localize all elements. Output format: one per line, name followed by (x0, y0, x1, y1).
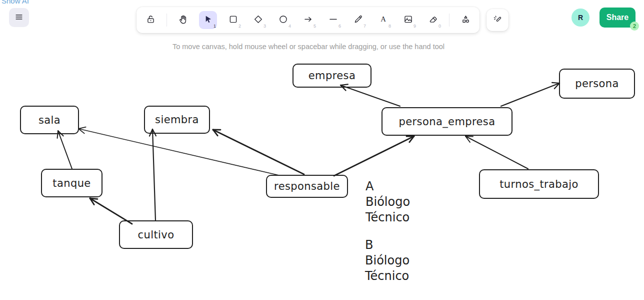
tool-shortcut-label: 9 (414, 24, 416, 29)
diagram-node-label: responsable (274, 180, 340, 192)
diagram-node-turnos_trabajo[interactable]: turnos_trabajo (479, 169, 599, 199)
svg-text:A: A (380, 15, 386, 23)
pencil-icon (353, 14, 364, 26)
diagram-node-label: turnos_trabajo (500, 178, 578, 190)
tool-shortcut-label: 0 (438, 24, 441, 29)
line-icon (328, 14, 338, 26)
tool-shortcut-label: 4 (288, 24, 291, 29)
tool-hand-button[interactable] (174, 11, 192, 29)
tool-shortcut-label: 3 (264, 24, 266, 29)
toolbar-divider (449, 14, 450, 27)
magic-wand-icon (492, 14, 503, 27)
show-ai-link[interactable]: Show AI (2, 0, 29, 5)
canvas-text-note-b[interactable]: B Biólogo Técnico (365, 237, 410, 284)
tool-rectangle-button[interactable]: 2 (224, 11, 242, 29)
diagram-node-label: persona_empresa (399, 116, 496, 128)
tool-text-button[interactable]: A8 (374, 11, 392, 29)
tool-image-button[interactable]: 9 (399, 11, 417, 29)
eraser-icon (428, 14, 438, 26)
tool-shortcut-label: 7 (364, 24, 366, 29)
tool-draw-button[interactable]: 7 (349, 11, 367, 29)
rectangle-icon (228, 14, 238, 26)
share-button[interactable]: Share 2 (600, 8, 636, 28)
tool-shortcut-label: 6 (338, 24, 341, 29)
diagram-node-label: sala (38, 114, 60, 126)
toolbar-island: 1234567A890 (136, 7, 480, 33)
text-icon: A (378, 14, 388, 26)
menu-button[interactable] (9, 8, 29, 27)
tool-shortcut-label: 2 (238, 24, 241, 29)
diamond-icon (253, 14, 264, 26)
diagram-node-empresa[interactable]: empresa (292, 64, 372, 88)
selection-icon (203, 14, 214, 26)
ellipse-icon (278, 14, 288, 26)
canvas-hint-text: To move canvas, hold mouse wheel or spac… (136, 43, 480, 51)
tool-shortcut-label: 1 (214, 24, 216, 29)
magic-wand-button[interactable] (486, 9, 508, 31)
diagram-node-responsable[interactable]: responsable (266, 175, 348, 198)
shapes-icon (460, 14, 471, 26)
diagram-node-siembra[interactable]: siembra (144, 106, 210, 134)
image-icon (403, 14, 414, 26)
tool-ellipse-button[interactable]: 4 (274, 11, 292, 29)
share-button-label: Share (606, 13, 628, 22)
tool-diamond-button[interactable]: 3 (249, 11, 267, 29)
tool-selection-button[interactable]: 1 (199, 11, 217, 29)
toolbar-divider (166, 14, 167, 27)
diagram-node-sala[interactable]: sala (20, 106, 79, 134)
tool-lock-button[interactable] (142, 11, 160, 29)
diagram-node-label: siembra (155, 114, 199, 126)
tool-shortcut-label: 8 (388, 24, 391, 29)
tool-eraser-button[interactable]: 0 (424, 11, 442, 29)
arrow-icon (303, 14, 314, 26)
diagram-node-tanque[interactable]: tanque (41, 169, 102, 197)
share-collaborator-badge: 2 (630, 22, 639, 31)
diagram-node-label: cultivo (138, 229, 174, 241)
diagram-node-cultivo[interactable]: cultivo (119, 220, 193, 249)
canvas-text-note-a[interactable]: A Biólogo Técnico (366, 179, 410, 225)
menu-icon (14, 12, 24, 24)
diagram-node-label: tanque (52, 177, 90, 189)
avatar[interactable]: R (572, 9, 590, 27)
diagram-node-persona[interactable]: persona (559, 69, 635, 99)
lock-open-icon (146, 14, 156, 26)
tool-arrow-button[interactable]: 5 (299, 11, 317, 29)
tool-shapes-button[interactable] (456, 11, 474, 29)
diagram-node-persona_empresa[interactable]: persona_empresa (382, 107, 512, 136)
diagram-node-label: empresa (308, 70, 356, 82)
diagram-node-label: persona (575, 78, 619, 90)
tool-line-button[interactable]: 6 (324, 11, 342, 29)
tool-shortcut-label: 5 (314, 24, 316, 29)
hand-icon (178, 14, 188, 26)
